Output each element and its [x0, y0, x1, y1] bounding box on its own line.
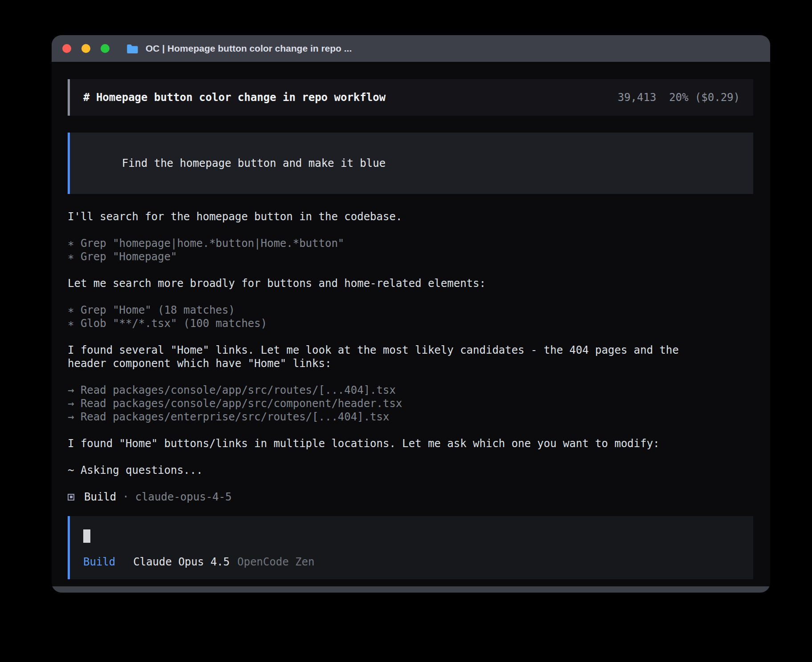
assistant-paragraph: Let me search more broadly for buttons a…	[68, 277, 753, 290]
assistant-transcript: I'll search for the homepage button in t…	[68, 210, 753, 504]
agent-status-row: Build · claude-opus-4-5	[68, 490, 753, 504]
text-cursor	[83, 529, 90, 543]
input-agent-mode[interactable]: Build	[83, 555, 115, 569]
tool-call-group: ∗ Grep "Home" (18 matches) ∗ Glob "**/*.…	[68, 303, 753, 330]
asking-questions-status: ~ Asking questions...	[68, 464, 753, 477]
agent-model: claude-opus-4-5	[135, 490, 232, 504]
assistant-text: I found several "Home" links. Let me loo…	[68, 343, 753, 357]
agent-name: Build	[84, 490, 116, 504]
tool-call-read: → Read packages/enterprise/src/routes/[.…	[68, 410, 753, 424]
assistant-text: Let me search more broadly for buttons a…	[68, 277, 753, 290]
tool-call-grep: ∗ Grep "homepage|home.*button|Home.*butt…	[68, 237, 753, 250]
input-provider-name: OpenCode Zen	[237, 555, 314, 569]
terminal-window: OC | Homepage button color change in rep…	[52, 35, 770, 593]
terminal-content: # Homepage button color change in repo w…	[52, 79, 770, 593]
user-message-text: Find the homepage button and make it blu…	[122, 157, 386, 170]
traffic-lights	[62, 44, 110, 53]
input-model-name[interactable]: Claude Opus 4.5	[133, 555, 230, 569]
assistant-paragraph: I found "Home" buttons/links in multiple…	[68, 437, 753, 450]
prompt-input[interactable]: Build Claude Opus 4.5 OpenCode Zen	[68, 516, 753, 579]
window-titlebar[interactable]: OC | Homepage button color change in rep…	[52, 35, 770, 62]
assistant-paragraph: I found several "Home" links. Let me loo…	[68, 343, 753, 370]
minimize-button[interactable]	[81, 44, 90, 53]
session-title: # Homepage button color change in repo w…	[83, 91, 386, 104]
tool-call-read: → Read packages/console/app/src/routes/[…	[68, 383, 753, 397]
agent-icon	[68, 494, 74, 501]
assistant-paragraph: ~ Asking questions...	[68, 464, 753, 477]
close-button[interactable]	[62, 44, 71, 53]
tool-call-glob: ∗ Glob "**/*.tsx" (100 matches)	[68, 317, 753, 330]
tool-call-group: ∗ Grep "homepage|home.*button|Home.*butt…	[68, 237, 753, 263]
tool-call-read: → Read packages/console/app/src/componen…	[68, 397, 753, 410]
input-meta-row: Build Claude Opus 4.5 OpenCode Zen	[83, 555, 740, 569]
window-bottom-edge	[52, 586, 770, 593]
assistant-paragraph: I'll search for the homepage button in t…	[68, 210, 753, 223]
session-header: # Homepage button color change in repo w…	[68, 79, 753, 116]
zoom-button[interactable]	[101, 44, 110, 53]
assistant-text: I'll search for the homepage button in t…	[68, 210, 753, 223]
tool-call-group: → Read packages/console/app/src/routes/[…	[68, 383, 753, 424]
user-message: Find the homepage button and make it blu…	[68, 133, 753, 194]
assistant-text: I found "Home" buttons/links in multiple…	[68, 437, 753, 450]
tool-call-grep: ∗ Grep "Homepage"	[68, 250, 753, 263]
folder-icon	[126, 44, 138, 53]
status-separator: ·	[122, 490, 129, 504]
session-stats: 39,413 20% ($0.29)	[617, 91, 740, 104]
assistant-text: header component which have "Home" links…	[68, 357, 753, 370]
window-title: OC | Homepage button color change in rep…	[146, 43, 352, 54]
tool-call-grep: ∗ Grep "Home" (18 matches)	[68, 303, 753, 317]
